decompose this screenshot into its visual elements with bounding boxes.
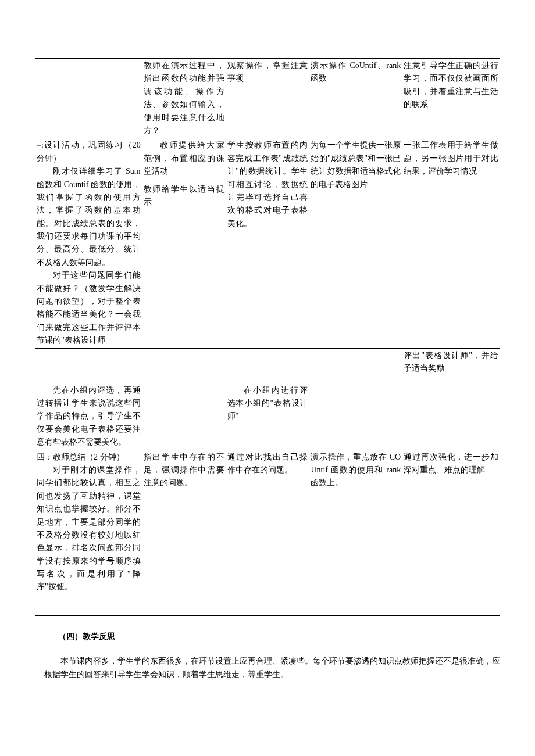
cell-r2c5: 一张工作表用于给学生做题，另一张图片用于对比结果，评价学习情况 [402, 138, 500, 348]
cell-r4c4: 演示操作，重点放在 COUntif 函数的使用和 rank 函数上。 [309, 450, 402, 615]
cell-r3c1: 先在小组内评选，再通过转播让学生来说说这些同学作品的特点，引导学生不仅要会美化电… [35, 348, 142, 450]
cell-r1c2: 教师在演示过程中，指出函数的功能并强调该功能、操作方法、参数如何输入，使用时要注… [142, 59, 226, 138]
cell-r4c5: 通过再次强化，进一步加深对重点、难点的理解 [402, 450, 500, 615]
cell-text: 一张工作表用于给学生做题，另一张图片用于对比结果，评价学习情况 [404, 139, 498, 178]
cell-text: 评出"表格设计师"，并给予适当奖励 [404, 349, 498, 375]
cell-paragraph: 教师提供给大家范例，布置相应的课堂活动 [144, 139, 224, 178]
cell-r1c4: 演示操作 CoUntif、rank函数 [309, 59, 402, 138]
reflection-heading: （四）教学反思 [58, 630, 500, 643]
cell-paragraph: 在小组内进行评选本小组的"表格设计师" [227, 384, 308, 423]
cell-text: 学生按教师布置的内容完成工作表"成绩统计"的数据统计。学生可相互讨论，数据统计完… [227, 139, 308, 230]
table-row: 四：教师总结（2 分钟） 对于刚才的课堂操作，同学们都比较认真，相互之间也发扬了… [35, 450, 500, 615]
cell-paragraph: 刚才仅详细学习了 Sum函数和 Countif 函数的使用，我们掌握了函数的使用… [37, 165, 141, 269]
cell-r2c3: 学生按教师布置的内容完成工作表"成绩统计"的数据统计。学生可相互讨论，数据统计完… [226, 138, 309, 348]
cell-r2c1: =:设计活动，巩固练习（20 分钟） 刚才仅详细学习了 Sum函数和 Count… [35, 138, 142, 348]
cell-heading: =:设计活动，巩固练习（20 分钟） [37, 139, 141, 165]
cell-text: 观察操作，掌握注意事项 [227, 59, 308, 85]
cell-text: 指出学生中存在的不足，强调操作中需要注意的问题。 [144, 451, 224, 490]
reflection-text: 本节课内容多，学生学的东西很多，在环节设置上应再合理、紧凑些。每个环节要渗透的知… [44, 655, 500, 681]
cell-r3c5: 评出"表格设计师"，并给予适当奖励 [402, 348, 500, 450]
cell-r4c2: 指出学生中存在的不足，强调操作中需要注意的问题。 [142, 450, 226, 615]
cell-text: 为每一个学生提供一张原始的"成绩总表"和一张已统计好数据和适当格式化的电子表格图… [311, 139, 401, 191]
cell-r1c1 [35, 59, 142, 138]
table-row: 教师在演示过程中，指出函数的功能并强调该功能、操作方法、参数如何输入，使用时要注… [35, 59, 500, 138]
cell-text: 通过对比找出自己操作中存在的问题。 [227, 451, 308, 477]
cell-text: 教师在演示过程中，指出函数的功能并强调该功能、操作方法、参数如何输入，使用时要注… [144, 59, 224, 137]
cell-paragraph: 对于刚才的课堂操作，同学们都比较认真，相互之间也发扬了互助精神，课堂知识点也掌握… [37, 464, 141, 594]
table-row: =:设计活动，巩固练习（20 分钟） 刚才仅详细学习了 Sum函数和 Count… [35, 138, 500, 348]
cell-text: 演示操作，重点放在 COUntif 函数的使用和 rank 函数上。 [311, 451, 401, 490]
cell-r3c2 [142, 348, 226, 450]
cell-paragraph: 先在小组内评选，再通过转播让学生来说说这些同学作品的特点，引导学生不仅要会美化电… [37, 384, 141, 449]
lesson-plan-table: 教师在演示过程中，指出函数的功能并强调该功能、操作方法、参数如何输入，使用时要注… [35, 58, 500, 616]
cell-r4c1: 四：教师总结（2 分钟） 对于刚才的课堂操作，同学们都比较认真，相互之间也发扬了… [35, 450, 142, 615]
cell-text: 演示操作 CoUntif、rank函数 [311, 59, 401, 85]
cell-text: 注意引导学生正确的进行学习，而不仅仅被画面所吸引，并着重注意与生活的联系 [404, 59, 498, 112]
cell-paragraph: 对于这些问题同学们能不能做好？（激发学生解决问题的欲望），对于整个表格能不能适当… [37, 269, 141, 347]
cell-r1c5: 注意引导学生正确的进行学习，而不仅仅被画面所吸引，并着重注意与生活的联系 [402, 59, 500, 138]
table-row: 先在小组内评选，再通过转播让学生来说说这些同学作品的特点，引导学生不仅要会美化电… [35, 348, 500, 450]
cell-r3c4 [309, 348, 402, 450]
cell-r4c3: 通过对比找出自己操作中存在的问题。 [226, 450, 309, 615]
cell-r1c3: 观察操作，掌握注意事项 [226, 59, 309, 138]
cell-r2c4: 为每一个学生提供一张原始的"成绩总表"和一张已统计好数据和适当格式化的电子表格图… [309, 138, 402, 348]
cell-r2c2: 教师提供给大家范例，布置相应的课堂活动 教师给学生以适当提示 [142, 138, 226, 348]
cell-r3c3: 在小组内进行评选本小组的"表格设计师" [226, 348, 309, 450]
cell-paragraph: 教师给学生以适当提示 [144, 183, 224, 209]
cell-heading: 四：教师总结（2 分钟） [37, 451, 141, 464]
cell-text: 通过再次强化，进一步加深对重点、难点的理解 [404, 451, 498, 477]
